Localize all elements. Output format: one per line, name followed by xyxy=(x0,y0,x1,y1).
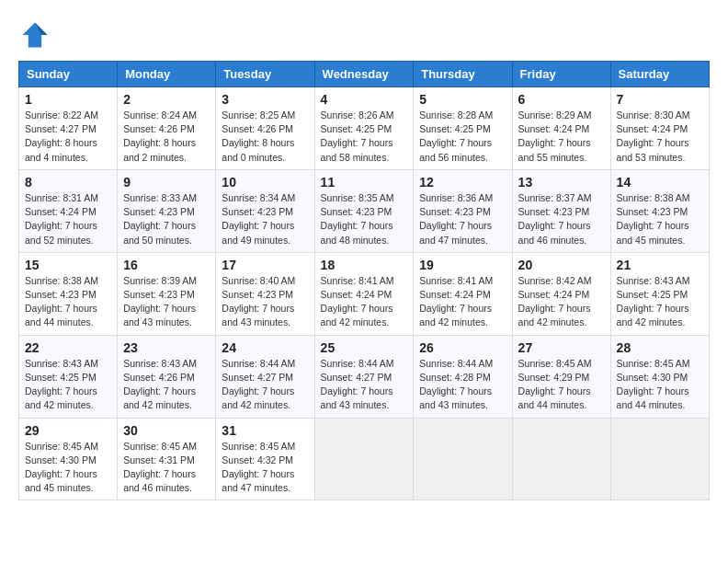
calendar-cell: 11 Sunrise: 8:35 AMSunset: 4:23 PMDaylig… xyxy=(314,169,414,252)
calendar-cell: 4 Sunrise: 8:26 AMSunset: 4:25 PMDayligh… xyxy=(314,87,414,170)
day-number: 20 xyxy=(518,258,605,272)
logo-icon xyxy=(18,18,51,52)
calendar-weekday-monday: Monday xyxy=(118,62,216,87)
calendar-cell: 12 Sunrise: 8:36 AMSunset: 4:23 PMDaylig… xyxy=(414,169,512,252)
day-number: 19 xyxy=(419,258,506,272)
page-header xyxy=(18,18,710,52)
day-info: Sunrise: 8:25 AMSunset: 4:26 PMDaylight:… xyxy=(222,109,308,165)
calendar-cell: 3 Sunrise: 8:25 AMSunset: 4:26 PMDayligh… xyxy=(216,87,314,170)
calendar-week-row-1: 1 Sunrise: 8:22 AMSunset: 4:27 PMDayligh… xyxy=(19,87,710,170)
day-info: Sunrise: 8:22 AMSunset: 4:27 PMDaylight:… xyxy=(25,109,111,165)
day-info: Sunrise: 8:39 AMSunset: 4:23 PMDaylight:… xyxy=(123,274,210,330)
calendar-cell: 16 Sunrise: 8:39 AMSunset: 4:23 PMDaylig… xyxy=(118,252,216,335)
calendar-cell: 8 Sunrise: 8:31 AMSunset: 4:24 PMDayligh… xyxy=(19,169,118,252)
calendar-cell: 15 Sunrise: 8:38 AMSunset: 4:23 PMDaylig… xyxy=(19,252,118,335)
calendar-cell: 24 Sunrise: 8:44 AMSunset: 4:27 PMDaylig… xyxy=(216,335,314,418)
day-info: Sunrise: 8:45 AMSunset: 4:31 PMDaylight:… xyxy=(123,440,210,496)
calendar-week-row-4: 22 Sunrise: 8:43 AMSunset: 4:25 PMDaylig… xyxy=(19,335,710,418)
calendar-cell: 1 Sunrise: 8:22 AMSunset: 4:27 PMDayligh… xyxy=(19,87,118,170)
calendar-cell: 23 Sunrise: 8:43 AMSunset: 4:26 PMDaylig… xyxy=(118,335,216,418)
calendar-cell: 18 Sunrise: 8:41 AMSunset: 4:24 PMDaylig… xyxy=(314,252,414,335)
calendar-weekday-saturday: Saturday xyxy=(610,62,709,87)
day-number: 18 xyxy=(321,258,408,272)
day-number: 7 xyxy=(617,92,703,107)
day-info: Sunrise: 8:37 AMSunset: 4:23 PMDaylight:… xyxy=(518,191,605,247)
calendar-cell: 17 Sunrise: 8:40 AMSunset: 4:23 PMDaylig… xyxy=(216,252,314,335)
calendar-cell: 9 Sunrise: 8:33 AMSunset: 4:23 PMDayligh… xyxy=(118,169,216,252)
day-number: 13 xyxy=(518,175,605,190)
day-info: Sunrise: 8:44 AMSunset: 4:27 PMDaylight:… xyxy=(321,357,408,413)
day-number: 17 xyxy=(222,258,308,272)
day-info: Sunrise: 8:42 AMSunset: 4:24 PMDaylight:… xyxy=(518,274,605,330)
day-info: Sunrise: 8:38 AMSunset: 4:23 PMDaylight:… xyxy=(617,191,703,247)
calendar-cell xyxy=(610,418,709,500)
day-number: 6 xyxy=(518,92,605,107)
calendar-week-row-3: 15 Sunrise: 8:38 AMSunset: 4:23 PMDaylig… xyxy=(19,252,710,335)
day-number: 15 xyxy=(25,258,111,272)
day-number: 5 xyxy=(419,92,506,107)
day-number: 22 xyxy=(25,340,111,355)
day-info: Sunrise: 8:35 AMSunset: 4:23 PMDaylight:… xyxy=(321,191,408,247)
day-number: 30 xyxy=(123,423,210,438)
calendar-cell xyxy=(314,418,414,500)
day-info: Sunrise: 8:24 AMSunset: 4:26 PMDaylight:… xyxy=(123,109,210,165)
day-info: Sunrise: 8:33 AMSunset: 4:23 PMDaylight:… xyxy=(123,191,210,247)
day-info: Sunrise: 8:45 AMSunset: 4:30 PMDaylight:… xyxy=(25,440,111,496)
day-info: Sunrise: 8:26 AMSunset: 4:25 PMDaylight:… xyxy=(321,109,408,165)
calendar-cell: 13 Sunrise: 8:37 AMSunset: 4:23 PMDaylig… xyxy=(512,169,610,252)
calendar-week-row-2: 8 Sunrise: 8:31 AMSunset: 4:24 PMDayligh… xyxy=(19,169,710,252)
day-info: Sunrise: 8:34 AMSunset: 4:23 PMDaylight:… xyxy=(222,191,308,247)
day-number: 31 xyxy=(222,423,308,438)
day-number: 8 xyxy=(25,175,111,190)
day-number: 28 xyxy=(617,340,703,355)
day-number: 16 xyxy=(123,258,210,272)
calendar-cell: 27 Sunrise: 8:45 AMSunset: 4:29 PMDaylig… xyxy=(512,335,610,418)
calendar-cell: 28 Sunrise: 8:45 AMSunset: 4:30 PMDaylig… xyxy=(610,335,709,418)
day-info: Sunrise: 8:43 AMSunset: 4:25 PMDaylight:… xyxy=(25,357,111,413)
day-number: 9 xyxy=(123,175,210,190)
calendar-cell: 22 Sunrise: 8:43 AMSunset: 4:25 PMDaylig… xyxy=(19,335,118,418)
calendar-cell: 20 Sunrise: 8:42 AMSunset: 4:24 PMDaylig… xyxy=(512,252,610,335)
calendar-table: SundayMondayTuesdayWednesdayThursdayFrid… xyxy=(18,61,710,500)
day-number: 11 xyxy=(321,175,408,190)
day-number: 26 xyxy=(419,340,506,355)
day-number: 12 xyxy=(419,175,506,190)
calendar-weekday-thursday: Thursday xyxy=(414,62,512,87)
day-number: 21 xyxy=(617,258,703,272)
day-number: 25 xyxy=(321,340,408,355)
calendar-cell xyxy=(414,418,512,500)
calendar-cell: 14 Sunrise: 8:38 AMSunset: 4:23 PMDaylig… xyxy=(610,169,709,252)
day-info: Sunrise: 8:30 AMSunset: 4:24 PMDaylight:… xyxy=(617,109,703,165)
day-info: Sunrise: 8:36 AMSunset: 4:23 PMDaylight:… xyxy=(419,191,506,247)
calendar-cell: 5 Sunrise: 8:28 AMSunset: 4:25 PMDayligh… xyxy=(414,87,512,170)
day-info: Sunrise: 8:45 AMSunset: 4:32 PMDaylight:… xyxy=(222,440,308,496)
day-info: Sunrise: 8:40 AMSunset: 4:23 PMDaylight:… xyxy=(222,274,308,330)
day-number: 3 xyxy=(222,92,308,107)
day-number: 4 xyxy=(321,92,408,107)
day-info: Sunrise: 8:41 AMSunset: 4:24 PMDaylight:… xyxy=(321,274,408,330)
day-number: 23 xyxy=(123,340,210,355)
day-number: 14 xyxy=(617,175,703,190)
calendar-weekday-tuesday: Tuesday xyxy=(216,62,314,87)
calendar-cell: 21 Sunrise: 8:43 AMSunset: 4:25 PMDaylig… xyxy=(610,252,709,335)
day-info: Sunrise: 8:43 AMSunset: 4:26 PMDaylight:… xyxy=(123,357,210,413)
calendar-cell: 30 Sunrise: 8:45 AMSunset: 4:31 PMDaylig… xyxy=(118,418,216,500)
calendar-cell xyxy=(512,418,610,500)
calendar-cell: 31 Sunrise: 8:45 AMSunset: 4:32 PMDaylig… xyxy=(216,418,314,500)
day-number: 2 xyxy=(123,92,210,107)
day-number: 1 xyxy=(25,92,111,107)
day-info: Sunrise: 8:29 AMSunset: 4:24 PMDaylight:… xyxy=(518,109,605,165)
day-number: 24 xyxy=(222,340,308,355)
calendar-cell: 29 Sunrise: 8:45 AMSunset: 4:30 PMDaylig… xyxy=(19,418,118,500)
calendar-weekday-friday: Friday xyxy=(512,62,610,87)
day-number: 27 xyxy=(518,340,605,355)
calendar-cell: 25 Sunrise: 8:44 AMSunset: 4:27 PMDaylig… xyxy=(314,335,414,418)
day-info: Sunrise: 8:43 AMSunset: 4:25 PMDaylight:… xyxy=(617,274,703,330)
calendar-weekday-sunday: Sunday xyxy=(19,62,118,87)
day-info: Sunrise: 8:28 AMSunset: 4:25 PMDaylight:… xyxy=(419,109,506,165)
calendar-header-row: SundayMondayTuesdayWednesdayThursdayFrid… xyxy=(19,62,710,87)
day-number: 29 xyxy=(25,423,111,438)
day-info: Sunrise: 8:38 AMSunset: 4:23 PMDaylight:… xyxy=(25,274,111,330)
day-info: Sunrise: 8:41 AMSunset: 4:24 PMDaylight:… xyxy=(419,274,506,330)
day-number: 10 xyxy=(222,175,308,190)
